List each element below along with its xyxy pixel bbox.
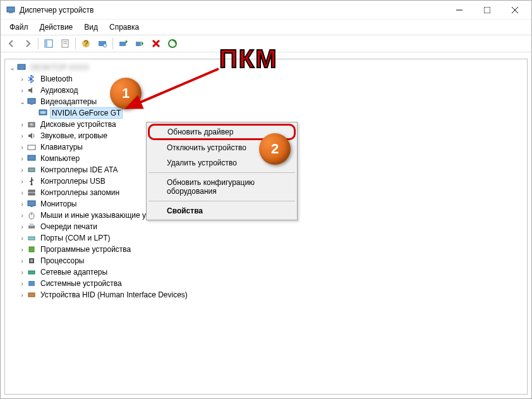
device-tree[interactable]: ⌄ DESKTOP-XXXX ›Bluetooth ›Аудиовход ⌄Ви… <box>4 59 528 395</box>
back-button[interactable] <box>4 37 19 51</box>
expand-toggle[interactable]: › <box>18 280 27 287</box>
display-icon <box>27 97 37 107</box>
tree-item-audio-io[interactable]: ›Аудиовход <box>5 85 527 96</box>
audio-icon <box>27 85 37 95</box>
tree-item-cpus[interactable]: ›Процессоры <box>5 255 527 266</box>
svg-rect-15 <box>119 42 126 46</box>
disable-button[interactable] <box>148 37 164 51</box>
tree-item-bluetooth[interactable]: ›Bluetooth <box>5 73 527 85</box>
expand-toggle[interactable]: › <box>18 166 27 174</box>
forward-button[interactable] <box>20 37 35 51</box>
keyboard-icon <box>27 142 37 152</box>
ctx-properties[interactable]: Свойства <box>148 203 296 218</box>
expand-toggle[interactable]: › <box>18 246 27 253</box>
app-icon <box>6 5 16 15</box>
expand-toggle[interactable]: › <box>18 268 27 276</box>
disk-icon <box>27 119 37 129</box>
svg-rect-20 <box>18 64 25 69</box>
svg-rect-7 <box>45 40 47 47</box>
expand-toggle[interactable]: › <box>18 211 27 219</box>
svg-rect-34 <box>28 193 35 195</box>
titlebar: Диспетчер устройств <box>1 1 531 20</box>
usb-icon <box>27 176 37 186</box>
tree-item-ports[interactable]: ›Порты (COM и LPT) <box>5 232 527 244</box>
menu-help[interactable]: Справка <box>104 21 144 33</box>
minimize-button[interactable] <box>445 1 473 19</box>
svg-rect-31 <box>28 168 35 172</box>
tree-item-network[interactable]: ›Сетевые адаптеры <box>5 266 527 278</box>
svg-rect-40 <box>30 223 33 226</box>
tree-item-display-adapters[interactable]: ⌄Видеоадаптеры <box>5 96 527 107</box>
svg-rect-0 <box>7 7 15 12</box>
expand-toggle[interactable]: › <box>18 234 27 242</box>
window-title: Диспетчер устройств <box>20 6 445 15</box>
expand-toggle[interactable]: › <box>18 132 27 140</box>
maximize-button[interactable] <box>473 1 501 19</box>
svg-rect-44 <box>30 259 33 262</box>
bluetooth-icon <box>27 74 37 84</box>
menu-view[interactable]: Вид <box>79 21 103 33</box>
svg-rect-22 <box>30 104 33 105</box>
tree-item-print-queues[interactable]: ›Очереди печати <box>5 221 527 232</box>
storage-icon <box>27 188 37 198</box>
svg-rect-41 <box>28 237 35 240</box>
svg-rect-3 <box>484 7 490 13</box>
expand-toggle[interactable]: › <box>18 189 27 196</box>
svg-rect-33 <box>28 190 35 192</box>
printer-icon <box>27 222 37 232</box>
svg-rect-42 <box>29 247 34 252</box>
expand-toggle[interactable]: › <box>18 86 27 94</box>
system-icon <box>27 278 37 289</box>
expand-toggle[interactable]: › <box>18 257 27 265</box>
tree-item-software-devices[interactable]: ›Программные устройства <box>5 244 527 255</box>
expand-toggle[interactable]: › <box>18 75 27 83</box>
mouse-icon <box>27 210 37 220</box>
tree-item-nvidia-card[interactable]: NVIDIA GeForce GT <box>5 107 527 119</box>
help-button[interactable]: ? <box>78 37 94 51</box>
svg-point-32 <box>31 184 33 186</box>
expand-toggle[interactable]: › <box>18 121 27 128</box>
network-icon <box>27 267 37 277</box>
svg-rect-24 <box>40 111 45 114</box>
rescan-button[interactable] <box>95 37 110 51</box>
update-driver-button[interactable] <box>116 37 131 51</box>
svg-point-26 <box>30 123 33 126</box>
tree-item-hid[interactable]: ›Устройства HID (Human Interface Devices… <box>5 289 527 301</box>
svg-rect-45 <box>28 271 35 274</box>
svg-rect-47 <box>28 293 35 297</box>
computer-icon <box>27 153 37 164</box>
svg-rect-35 <box>28 201 35 206</box>
menu-action[interactable]: Действие <box>35 21 78 33</box>
expand-toggle[interactable]: › <box>18 223 27 230</box>
monitor-icon <box>27 199 37 209</box>
expand-toggle[interactable]: › <box>18 177 27 185</box>
svg-point-14 <box>104 44 107 47</box>
menubar: Файл Действие Вид Справка <box>1 20 531 35</box>
expand-toggle[interactable]: ⌄ <box>8 64 16 72</box>
svg-text:?: ? <box>84 39 88 48</box>
show-hide-tree-button[interactable] <box>41 37 56 51</box>
expand-toggle[interactable]: › <box>18 155 27 162</box>
svg-rect-16 <box>136 42 141 46</box>
expand-toggle[interactable]: ⌄ <box>18 98 27 106</box>
expand-toggle[interactable]: › <box>18 143 27 151</box>
annotation-step-1: 1 <box>110 78 142 109</box>
tree-item-system[interactable]: ›Системные устройства <box>5 278 527 289</box>
cpu-icon <box>27 256 37 266</box>
uninstall-button[interactable] <box>165 37 180 51</box>
expand-toggle[interactable]: › <box>18 200 27 208</box>
tree-root-label: DESKTOP-XXXX <box>29 63 90 73</box>
svg-rect-30 <box>28 155 35 160</box>
ctx-rescan-hardware[interactable]: Обновить конфигурацию оборудования <box>148 175 296 199</box>
ctx-separator <box>148 201 295 201</box>
port-icon <box>27 233 37 243</box>
close-button[interactable] <box>501 1 529 19</box>
expand-toggle[interactable]: › <box>18 291 27 299</box>
sound-icon <box>27 131 37 141</box>
ctx-separator <box>148 172 295 173</box>
software-icon <box>27 244 37 254</box>
hid-icon <box>27 290 37 300</box>
menu-file[interactable]: Файл <box>4 21 33 33</box>
enable-button[interactable] <box>132 37 147 51</box>
properties-button[interactable] <box>57 37 73 51</box>
